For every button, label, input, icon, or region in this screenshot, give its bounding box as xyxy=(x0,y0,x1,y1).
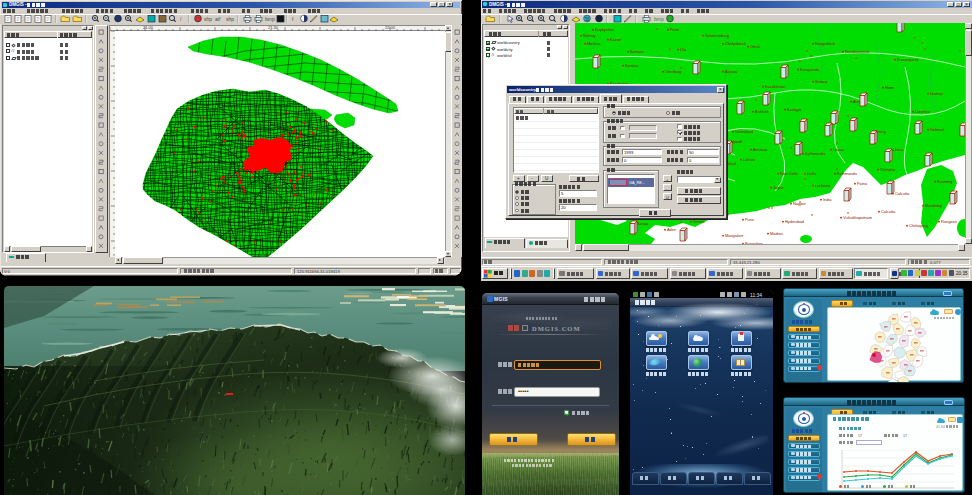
svg-text:Chelyabinsk: Chelyabinsk xyxy=(725,41,746,46)
svg-text:Yemen: Yemen xyxy=(693,219,705,224)
svg-text:bmp: bmp xyxy=(265,16,275,22)
svg-text:Lhasa: Lhasa xyxy=(833,147,844,152)
svg-text:New Delhi: New Delhi xyxy=(780,171,798,176)
svg-text:India: India xyxy=(823,197,832,202)
svg-text:Islamabad: Islamabad xyxy=(735,129,753,134)
svg-text:Semey: Semey xyxy=(815,79,827,84)
svg-text:Amritsar: Amritsar xyxy=(753,147,768,152)
svg-text:Calcutta: Calcutta xyxy=(895,191,910,196)
svg-text:Perm': Perm' xyxy=(670,27,680,32)
svg-text:bmp: bmp xyxy=(654,16,664,22)
svg-text:Aden: Aden xyxy=(667,227,676,232)
svg-text:Moskva: Moskva xyxy=(587,41,601,46)
svg-text:Sanaa: Sanaa xyxy=(637,221,649,226)
svg-text:Urumqi: Urumqi xyxy=(930,91,943,96)
svg-text:Novosibirsk: Novosibirsk xyxy=(815,41,835,46)
svg-text:Saratov: Saratov xyxy=(625,63,638,68)
svg-text:Kazakhstan: Kazakhstan xyxy=(765,84,785,89)
svg-text:Astana: Astana xyxy=(725,69,738,74)
svg-text:Kathmandu: Kathmandu xyxy=(805,151,825,156)
svg-text:Lahore: Lahore xyxy=(743,157,755,162)
svg-text:Lanzhou: Lanzhou xyxy=(915,109,930,114)
svg-text:Madras: Madras xyxy=(770,231,783,236)
svg-text:Bishkek: Bishkek xyxy=(755,109,769,114)
svg-text:Calcutta: Calcutta xyxy=(881,209,896,214)
svg-text:Ufa: Ufa xyxy=(680,47,687,52)
svg-text:Kashgar: Kashgar xyxy=(787,107,802,112)
svg-text:Karaganda: Karaganda xyxy=(800,67,820,72)
svg-text:Thimphu: Thimphu xyxy=(880,167,895,172)
svg-text:Hyderabad: Hyderabad xyxy=(785,219,804,224)
svg-text:Samara: Samara xyxy=(630,49,644,54)
svg-text:Novokuznetsk: Novokuznetsk xyxy=(845,49,869,54)
svg-text:Hami: Hami xyxy=(885,85,894,90)
svg-text:Kazan': Kazan' xyxy=(610,37,622,42)
svg-text:Omsk: Omsk xyxy=(750,44,760,49)
svg-text:I: I xyxy=(292,16,293,22)
svg-text:Mangalore: Mangalore xyxy=(725,233,743,238)
svg-text:Yekaterinburg: Yekaterinburg xyxy=(705,33,729,38)
svg-text:Nizhniy: Nizhniy xyxy=(583,33,596,38)
svg-text:Mandalay: Mandalay xyxy=(925,203,942,208)
svg-text:Orenburg: Orenburg xyxy=(665,69,681,74)
svg-text:/: / xyxy=(180,16,182,22)
svg-text:shp: shp xyxy=(226,16,234,22)
svg-text:Kathmandu: Kathmandu xyxy=(837,171,857,176)
svg-text:Pune: Pune xyxy=(745,217,754,222)
svg-text:Krasnoyarsk: Krasnoyarsk xyxy=(897,57,919,62)
svg-text:aif: aif xyxy=(215,16,221,22)
svg-text:Vishakhapatnam: Vishakhapatnam xyxy=(843,215,872,220)
svg-text:Patna: Patna xyxy=(857,181,868,186)
svg-text:Golmud: Golmud xyxy=(930,127,944,132)
svg-text:Jaipur: Jaipur xyxy=(773,185,784,190)
svg-text:Delhi: Delhi xyxy=(807,171,816,176)
svg-text:Lhasa: Lhasa xyxy=(893,147,904,152)
svg-text:Rangoon: Rangoon xyxy=(941,219,957,224)
svg-text:shp: shp xyxy=(204,16,212,22)
svg-text:Lucknow: Lucknow xyxy=(815,183,831,188)
svg-text:Chittagong: Chittagong xyxy=(909,223,928,228)
svg-text:Kuybyshev: Kuybyshev xyxy=(595,27,614,32)
svg-text:Kunming: Kunming xyxy=(937,179,952,184)
